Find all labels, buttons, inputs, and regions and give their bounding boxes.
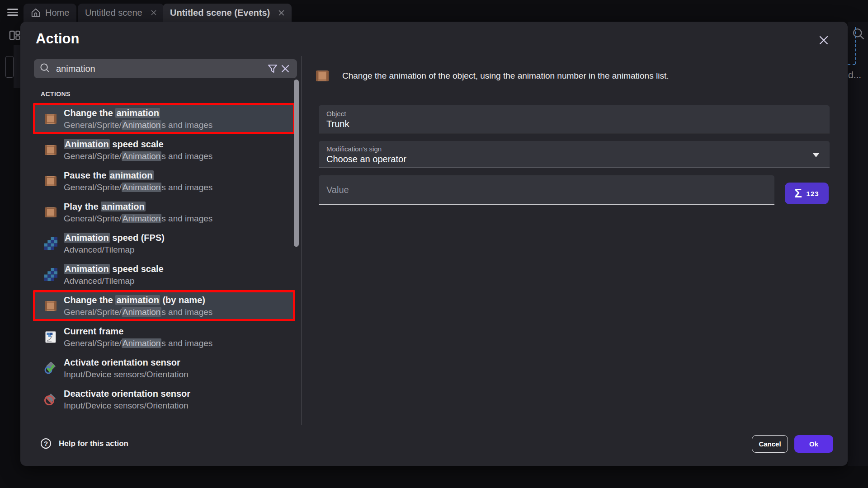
layout-panels-icon[interactable]	[9, 30, 20, 43]
app-window: Home Untitled scene Untitled scene (Even…	[0, 0, 868, 488]
bottom-background	[0, 466, 868, 488]
action-title: Animation speed (FPS)	[64, 232, 165, 243]
action-path: Advanced/Tilemap	[64, 244, 165, 255]
search-match-highlight: Animation	[122, 214, 162, 223]
sprite-animation-icon	[44, 112, 57, 126]
search-input[interactable]	[56, 64, 266, 74]
tilemap-icon	[44, 237, 57, 250]
action-list-item[interactable]: Play the animationGeneral/Sprite/Animati…	[33, 197, 295, 228]
value-field	[319, 175, 774, 205]
value-input[interactable]	[319, 185, 774, 195]
action-list-item[interactable]: Pause the animationGeneral/Sprite/Animat…	[33, 165, 295, 197]
action-title: Activate orientation sensor	[64, 357, 189, 368]
action-text: Change the animationGeneral/Sprite/Anima…	[64, 108, 212, 130]
selection-dashed-border	[855, 27, 856, 64]
help-link[interactable]: ? Help for this action	[41, 438, 128, 449]
chevron-down-icon	[812, 153, 820, 157]
action-text: Play the animationGeneral/Sprite/Animati…	[64, 201, 212, 224]
action-path: General/Sprite/Animations and images	[64, 182, 212, 192]
search-match-highlight: animation	[115, 108, 160, 118]
action-text: Animation speed scaleAdvanced/Tilemap	[64, 263, 164, 286]
numeric-badge: 123	[807, 190, 819, 197]
events-editor-background: d...	[848, 22, 868, 466]
action-list-item[interactable]: Animation speed scaleAdvanced/Tilemap	[33, 259, 295, 290]
action-path: Input/Device sensors/Orientation	[64, 369, 189, 380]
action-text: Animation speed scaleGeneral/Sprite/Anim…	[64, 139, 212, 161]
sprite-animation-icon	[44, 206, 57, 219]
search-match-highlight: Animation	[64, 233, 110, 243]
search-match-highlight: animation	[101, 202, 145, 211]
action-list-item[interactable]: Change the animationGeneral/Sprite/Anima…	[33, 103, 295, 134]
action-text: Change the animation (by name)General/Sp…	[64, 295, 212, 317]
close-tab-icon[interactable]	[278, 9, 284, 16]
field-value: Trunk	[326, 119, 349, 129]
current-frame-icon	[44, 330, 57, 344]
action-list-item[interactable]: Animation speed scaleGeneral/Sprite/Anim…	[33, 134, 295, 165]
tab-home[interactable]: Home	[24, 4, 76, 22]
home-icon	[31, 8, 41, 18]
expression-editor-button[interactable]: Σ 123	[785, 183, 829, 204]
sigma-icon: Σ	[794, 188, 802, 200]
field-label: Modification's sign	[326, 145, 382, 153]
tab-label: Home	[45, 8, 69, 18]
tab-label: Untitled scene (Events)	[170, 8, 270, 18]
actions-list: Change the animationGeneral/Sprite/Anima…	[33, 103, 295, 415]
orientation-inactive-icon	[44, 393, 57, 406]
action-title: Animation speed scale	[64, 139, 212, 150]
action-text: Pause the animationGeneral/Sprite/Animat…	[64, 170, 212, 192]
action-text: Deactivate orientation sensorInput/Devic…	[64, 388, 190, 411]
search-match-highlight: Animation	[122, 338, 162, 348]
action-search-bar	[34, 59, 297, 78]
top-bar: Home Untitled scene Untitled scene (Even…	[0, 0, 868, 22]
truncated-event-text: d...	[848, 70, 861, 80]
object-field[interactable]: Object Trunk	[319, 105, 830, 133]
search-match-highlight: Animation	[122, 183, 162, 192]
action-description: Change the animation of the object, usin…	[342, 67, 830, 84]
action-path: General/Sprite/Animations and images	[64, 213, 212, 224]
filter-icon[interactable]	[266, 62, 279, 75]
field-label: Object	[326, 110, 346, 117]
toolbar-button-partial	[5, 56, 14, 78]
tab-untitled-scene[interactable]: Untitled scene	[78, 4, 164, 22]
ok-button[interactable]: Ok	[794, 435, 833, 453]
cancel-button[interactable]: Cancel	[752, 435, 788, 453]
selection-dashed-border	[848, 64, 855, 65]
action-list-item[interactable]: Activate orientation sensorInput/Device …	[33, 352, 295, 384]
tilemap-icon	[44, 268, 57, 282]
tab-label: Untitled scene	[85, 8, 142, 18]
action-path: General/Sprite/Animations and images	[64, 151, 212, 161]
help-label: Help for this action	[59, 439, 128, 448]
action-list-item[interactable]: Current frameGeneral/Sprite/Animations a…	[33, 321, 295, 352]
search-match-highlight: Animation	[122, 307, 162, 317]
action-title: Play the animation	[64, 201, 212, 212]
search-match-highlight: Animation	[64, 139, 110, 149]
action-dialog: Action ACTIONS Change the animationGener…	[20, 22, 848, 466]
sprite-animation-icon	[44, 299, 57, 313]
left-toolbar-background	[0, 22, 20, 466]
action-list-item[interactable]: Change the animation (by name)General/Sp…	[33, 290, 295, 321]
action-title: Change the animation	[64, 108, 212, 118]
close-dialog-icon[interactable]	[817, 33, 830, 47]
question-icon: ?	[41, 438, 51, 449]
list-divider	[301, 56, 302, 425]
close-tab-icon[interactable]	[151, 9, 157, 16]
search-icon[interactable]	[852, 27, 865, 42]
orientation-active-icon	[44, 361, 57, 375]
action-text: Current frameGeneral/Sprite/Animations a…	[64, 326, 212, 348]
list-scrollbar[interactable]	[294, 80, 299, 247]
section-label: ACTIONS	[41, 90, 71, 98]
action-list-item[interactable]: Deactivate orientation sensorInput/Devic…	[33, 384, 295, 415]
search-match-highlight: animation	[115, 295, 160, 305]
clear-search-icon[interactable]	[279, 62, 292, 75]
sprite-animation-icon	[44, 143, 57, 157]
operator-select[interactable]: Modification's sign Choose an operator	[319, 141, 830, 168]
menu-icon[interactable]	[7, 9, 18, 16]
action-path: Advanced/Tilemap	[64, 276, 164, 286]
action-title: Current frame	[64, 326, 212, 337]
action-title: Deactivate orientation sensor	[64, 388, 190, 399]
action-list-item[interactable]: Animation speed (FPS)Advanced/Tilemap	[33, 228, 295, 259]
action-path: Input/Device sensors/Orientation	[64, 400, 190, 411]
sprite-animation-icon	[316, 70, 329, 83]
action-text: Animation speed (FPS)Advanced/Tilemap	[64, 232, 165, 255]
tab-untitled-scene-events[interactable]: Untitled scene (Events)	[163, 4, 292, 22]
